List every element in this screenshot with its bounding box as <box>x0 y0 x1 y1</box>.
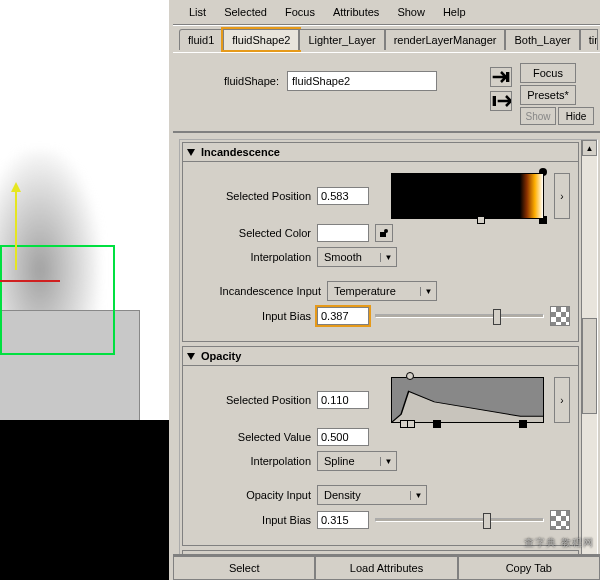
incand-bias-field[interactable] <box>317 307 369 325</box>
opac-bias-label: Input Bias <box>191 514 311 526</box>
incand-interp-dropdown[interactable]: Smooth ▼ <box>317 247 397 267</box>
svg-rect-1 <box>493 96 496 106</box>
vertical-scrollbar[interactable]: ▲ ▼ <box>581 140 597 576</box>
move-gizmo-x[interactable] <box>0 280 60 282</box>
node-name-field[interactable] <box>287 71 437 91</box>
svg-point-3 <box>384 229 388 233</box>
group-title: Incandescence <box>201 146 280 158</box>
opac-selval-field[interactable] <box>317 428 369 446</box>
load-attributes-button[interactable]: Load Attributes <box>315 556 457 580</box>
viewport-lower <box>0 420 169 580</box>
node-name-label: fluidShape: <box>224 75 279 87</box>
ramp-expand-button[interactable]: › <box>554 377 570 423</box>
ramp-handle-top[interactable] <box>539 168 547 176</box>
tab-fluidshape2[interactable]: fluidShape2 <box>223 29 299 50</box>
copy-tab-button[interactable]: Copy Tab <box>458 556 600 580</box>
incand-bias-slider[interactable] <box>375 314 544 318</box>
node-tab-bar: fluid1 fluidShape2 Lighter_Layer renderL… <box>173 25 600 53</box>
group-opacity: Opacity Selected Position <box>182 346 579 546</box>
group-header-opacity[interactable]: Opacity <box>183 347 578 366</box>
watermark-text: 查字典 教程网 <box>524 536 594 550</box>
menu-attributes[interactable]: Attributes <box>325 4 387 20</box>
ramp-handle-selected[interactable] <box>477 216 485 224</box>
opac-input-dropdown[interactable]: Density ▼ <box>317 485 427 505</box>
fluid-container-bbox <box>0 245 115 355</box>
ramp-expand-button[interactable]: › <box>554 173 570 219</box>
go-to-input-button[interactable] <box>490 67 512 87</box>
opacity-ramp[interactable] <box>391 377 544 423</box>
opac-input-value: Density <box>318 489 410 501</box>
opac-input-label: Opacity Input <box>191 489 311 501</box>
disclosure-down-icon <box>187 353 195 360</box>
presets-button[interactable]: Presets* <box>520 85 576 105</box>
opac-selpos-label: Selected Position <box>191 394 311 406</box>
group-incandescence: Incandescence Selected Position › <box>182 142 579 342</box>
incand-color-swatch[interactable] <box>317 224 369 242</box>
incand-interp-value: Smooth <box>318 251 380 263</box>
incand-selpos-label: Selected Position <box>191 190 311 202</box>
select-button[interactable]: Select <box>173 556 315 580</box>
slider-thumb[interactable] <box>483 513 491 529</box>
dropdown-arrow-icon: ▼ <box>420 287 436 296</box>
group-header-incandescence[interactable]: Incandescence <box>183 143 578 162</box>
show-button[interactable]: Show <box>520 107 556 125</box>
incandescence-ramp[interactable] <box>391 173 544 219</box>
dropdown-arrow-icon: ▼ <box>380 253 396 262</box>
move-gizmo-y[interactable] <box>15 190 17 270</box>
ramp-handle[interactable] <box>407 420 415 428</box>
opac-bias-slider[interactable] <box>375 518 544 522</box>
color-picker-icon[interactable] <box>375 224 393 242</box>
tab-fluid1[interactable]: fluid1 <box>179 29 223 50</box>
map-button-icon[interactable] <box>550 510 570 530</box>
menu-bar: List Selected Focus Attributes Show Help <box>173 0 600 25</box>
menu-focus[interactable]: Focus <box>277 4 323 20</box>
incand-bias-label: Input Bias <box>191 310 311 322</box>
dropdown-arrow-icon: ▼ <box>410 491 426 500</box>
ramp-handle[interactable] <box>519 420 527 428</box>
focus-button[interactable]: Focus <box>520 63 576 83</box>
opac-interp-label: Interpolation <box>191 455 311 467</box>
viewport-scene[interactable] <box>0 0 169 430</box>
menu-list[interactable]: List <box>181 4 214 20</box>
svg-rect-0 <box>506 72 509 82</box>
bottom-button-bar: Select Load Attributes Copy Tab <box>173 554 600 580</box>
scroll-track[interactable] <box>582 156 597 560</box>
opac-bias-field[interactable] <box>317 511 369 529</box>
incand-input-value: Temperature <box>328 285 420 297</box>
tab-both-layer[interactable]: Both_Layer <box>505 29 579 50</box>
incand-selpos-field[interactable] <box>317 187 369 205</box>
opac-interp-dropdown[interactable]: Spline ▼ <box>317 451 397 471</box>
group-title: Opacity <box>201 350 241 362</box>
attribute-editor: List Selected Focus Attributes Show Help… <box>173 0 600 580</box>
go-to-output-button[interactable] <box>490 91 512 111</box>
node-header: fluidShape: Focus Presets* Show Hide <box>173 53 600 133</box>
slider-thumb[interactable] <box>493 309 501 325</box>
incand-selcolor-label: Selected Color <box>191 227 311 239</box>
scroll-thumb[interactable] <box>582 318 597 414</box>
ramp-handle[interactable] <box>433 420 441 428</box>
menu-help[interactable]: Help <box>435 4 474 20</box>
dropdown-arrow-icon: ▼ <box>380 457 396 466</box>
map-button-icon[interactable] <box>550 306 570 326</box>
tab-lighter-layer[interactable]: Lighter_Layer <box>299 29 384 50</box>
svg-marker-4 <box>392 391 543 422</box>
incand-input-label: Incandescence Input <box>191 285 321 297</box>
ramp-handle-selected[interactable] <box>406 372 414 380</box>
hide-button[interactable]: Hide <box>558 107 594 125</box>
opac-selval-label: Selected Value <box>191 431 311 443</box>
incand-interp-label: Interpolation <box>191 251 311 263</box>
tab-renderlayermanager[interactable]: renderLayerManager <box>385 29 506 50</box>
tab-time[interactable]: time <box>580 29 598 50</box>
menu-selected[interactable]: Selected <box>216 4 275 20</box>
opac-selpos-field[interactable] <box>317 391 369 409</box>
incand-input-dropdown[interactable]: Temperature ▼ <box>327 281 437 301</box>
viewport-3d[interactable] <box>0 0 173 580</box>
menu-show[interactable]: Show <box>389 4 433 20</box>
disclosure-down-icon <box>187 149 195 156</box>
scroll-up-arrow[interactable]: ▲ <box>582 140 597 156</box>
opac-interp-value: Spline <box>318 455 380 467</box>
ramp-handle-end[interactable] <box>539 216 547 224</box>
attributes-scroll-area: Incandescence Selected Position › <box>179 139 598 577</box>
